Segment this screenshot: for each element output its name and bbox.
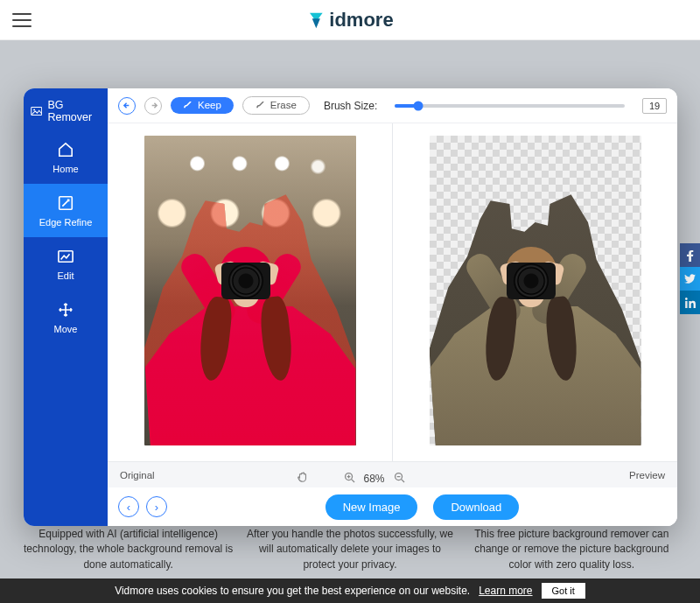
- slider-thumb[interactable]: [413, 101, 423, 110]
- prev-image-button[interactable]: ‹: [118, 496, 139, 517]
- sidebar-item-edge-refine[interactable]: Edge Refine: [24, 184, 108, 237]
- eraser-icon: [256, 102, 265, 109]
- linkedin-icon[interactable]: [680, 291, 700, 314]
- original-panel: [108, 123, 393, 461]
- brush-size-label: Brush Size:: [324, 100, 377, 112]
- download-button[interactable]: Download: [433, 494, 519, 520]
- preview-label: Preview: [629, 470, 665, 480]
- cookie-bar: Vidmore uses cookies to ensure you get t…: [0, 578, 700, 603]
- bg-remover-icon: [31, 105, 42, 117]
- move-icon: [57, 301, 74, 319]
- twitter-icon[interactable]: [680, 267, 700, 291]
- column-2: After you handle the photos successfully…: [245, 527, 455, 572]
- column-1: Equipped with AI (artificial intelligenc…: [24, 527, 234, 572]
- cookie-text: Vidmore uses cookies to ensure you get t…: [115, 585, 470, 597]
- sidebar-item-move[interactable]: Move: [24, 291, 108, 344]
- brush-size-value: 19: [642, 98, 667, 114]
- keep-button[interactable]: Keep: [171, 97, 234, 114]
- erase-button[interactable]: Erase: [242, 96, 310, 115]
- original-image[interactable]: [144, 136, 356, 445]
- pan-hand-icon[interactable]: [296, 471, 308, 486]
- zoom-controls: 68%: [296, 471, 404, 486]
- edit-icon: [57, 248, 74, 265]
- original-label: Original: [120, 470, 155, 480]
- zoom-percent: 68%: [363, 473, 384, 485]
- erase-label: Erase: [270, 100, 297, 110]
- sidebar-item-edit[interactable]: Edit: [24, 237, 108, 291]
- edge-refine-icon: [57, 194, 74, 212]
- redo-button[interactable]: [144, 97, 162, 115]
- page-body: Equipped with AI (artificial intelligenc…: [0, 40, 700, 603]
- app-window: BG Remover Home Edge Refine Edit: [24, 88, 677, 526]
- panels: [108, 123, 677, 461]
- logo-icon: [306, 11, 326, 30]
- sidebar-item-label: Edit: [58, 270, 74, 281]
- sidebar-item-label: Move: [54, 324, 78, 334]
- preview-panel: [393, 123, 677, 461]
- toolbar: Keep Erase Brush Size: 19: [108, 88, 677, 123]
- cookie-accept-button[interactable]: Got it: [542, 583, 585, 599]
- brand-text: idmore: [329, 9, 393, 32]
- keep-label: Keep: [198, 100, 221, 110]
- zoom-in-icon[interactable]: [343, 472, 354, 486]
- preview-image[interactable]: [430, 136, 641, 445]
- brush-size-slider[interactable]: [395, 104, 625, 108]
- social-rail: [680, 243, 700, 314]
- sidebar-title-text: BG Remover: [47, 99, 101, 123]
- sidebar-item-label: Home: [52, 164, 78, 174]
- sidebar-item-home[interactable]: Home: [24, 130, 108, 184]
- brush-icon: [183, 102, 192, 109]
- home-icon: [57, 141, 74, 158]
- background-columns: Equipped with AI (artificial intelligenc…: [0, 527, 700, 572]
- cookie-learn-more-link[interactable]: Learn more: [479, 585, 532, 597]
- brand-logo[interactable]: idmore: [306, 9, 393, 32]
- next-image-button[interactable]: ›: [146, 496, 167, 517]
- actions-bar: ‹ › New Image Download: [108, 487, 677, 526]
- site-header: idmore: [0, 0, 700, 40]
- facebook-icon[interactable]: [680, 243, 700, 267]
- sidebar-item-label: Edge Refine: [39, 217, 93, 228]
- column-3: This free picture background remover can…: [466, 527, 676, 572]
- zoom-out-icon[interactable]: [394, 472, 405, 486]
- hamburger-icon[interactable]: [12, 13, 32, 27]
- new-image-button[interactable]: New Image: [326, 494, 418, 520]
- sidebar: BG Remover Home Edge Refine Edit: [24, 88, 108, 526]
- sidebar-title: BG Remover: [24, 88, 108, 130]
- undo-button[interactable]: [118, 97, 136, 115]
- workarea: Keep Erase Brush Size: 19: [108, 88, 677, 526]
- svg-point-1: [33, 109, 35, 110]
